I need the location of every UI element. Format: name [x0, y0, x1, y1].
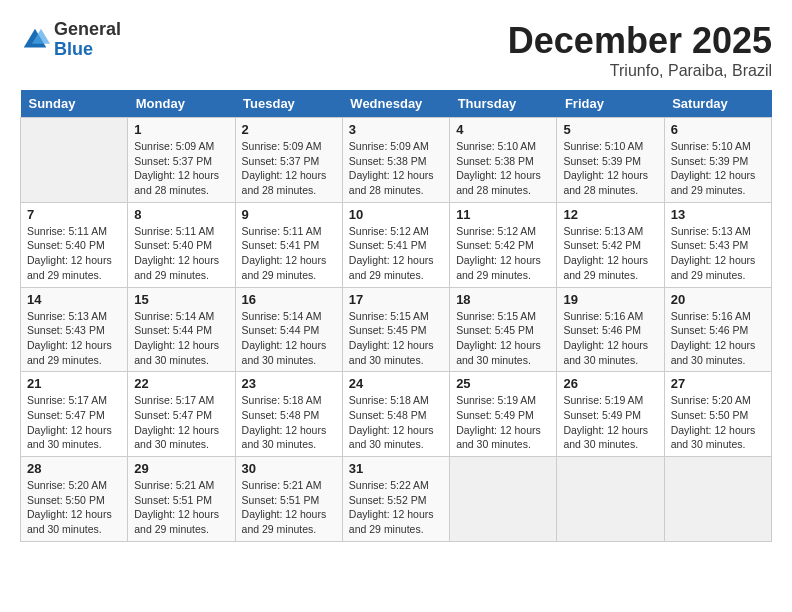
day-number: 6 [671, 122, 765, 137]
day-info: Sunrise: 5:21 AM Sunset: 5:51 PM Dayligh… [242, 478, 336, 537]
day-number: 29 [134, 461, 228, 476]
logo-text: General Blue [54, 20, 121, 60]
day-info: Sunrise: 5:13 AM Sunset: 5:42 PM Dayligh… [563, 224, 657, 283]
page-header: General Blue December 2025 Triunfo, Para… [20, 20, 772, 80]
calendar-cell: 16Sunrise: 5:14 AM Sunset: 5:44 PM Dayli… [235, 287, 342, 372]
day-info: Sunrise: 5:13 AM Sunset: 5:43 PM Dayligh… [27, 309, 121, 368]
day-info: Sunrise: 5:16 AM Sunset: 5:46 PM Dayligh… [671, 309, 765, 368]
calendar-cell [664, 457, 771, 542]
day-number: 1 [134, 122, 228, 137]
calendar-cell: 19Sunrise: 5:16 AM Sunset: 5:46 PM Dayli… [557, 287, 664, 372]
day-info: Sunrise: 5:18 AM Sunset: 5:48 PM Dayligh… [349, 393, 443, 452]
calendar-header: SundayMondayTuesdayWednesdayThursdayFrid… [21, 90, 772, 118]
day-info: Sunrise: 5:13 AM Sunset: 5:43 PM Dayligh… [671, 224, 765, 283]
day-info: Sunrise: 5:10 AM Sunset: 5:39 PM Dayligh… [671, 139, 765, 198]
day-number: 18 [456, 292, 550, 307]
day-number: 27 [671, 376, 765, 391]
calendar-cell: 1Sunrise: 5:09 AM Sunset: 5:37 PM Daylig… [128, 118, 235, 203]
day-number: 14 [27, 292, 121, 307]
calendar-cell: 7Sunrise: 5:11 AM Sunset: 5:40 PM Daylig… [21, 202, 128, 287]
day-info: Sunrise: 5:19 AM Sunset: 5:49 PM Dayligh… [456, 393, 550, 452]
day-info: Sunrise: 5:20 AM Sunset: 5:50 PM Dayligh… [27, 478, 121, 537]
weekday-header-wednesday: Wednesday [342, 90, 449, 118]
day-number: 19 [563, 292, 657, 307]
calendar-cell: 17Sunrise: 5:15 AM Sunset: 5:45 PM Dayli… [342, 287, 449, 372]
calendar-week-4: 21Sunrise: 5:17 AM Sunset: 5:47 PM Dayli… [21, 372, 772, 457]
day-number: 28 [27, 461, 121, 476]
calendar-cell: 11Sunrise: 5:12 AM Sunset: 5:42 PM Dayli… [450, 202, 557, 287]
day-info: Sunrise: 5:11 AM Sunset: 5:40 PM Dayligh… [134, 224, 228, 283]
day-info: Sunrise: 5:22 AM Sunset: 5:52 PM Dayligh… [349, 478, 443, 537]
day-info: Sunrise: 5:15 AM Sunset: 5:45 PM Dayligh… [349, 309, 443, 368]
month-title: December 2025 [508, 20, 772, 62]
logo: General Blue [20, 20, 121, 60]
day-number: 26 [563, 376, 657, 391]
day-number: 7 [27, 207, 121, 222]
day-info: Sunrise: 5:12 AM Sunset: 5:41 PM Dayligh… [349, 224, 443, 283]
calendar-cell: 26Sunrise: 5:19 AM Sunset: 5:49 PM Dayli… [557, 372, 664, 457]
day-info: Sunrise: 5:14 AM Sunset: 5:44 PM Dayligh… [134, 309, 228, 368]
calendar-cell: 12Sunrise: 5:13 AM Sunset: 5:42 PM Dayli… [557, 202, 664, 287]
calendar-cell: 22Sunrise: 5:17 AM Sunset: 5:47 PM Dayli… [128, 372, 235, 457]
day-info: Sunrise: 5:09 AM Sunset: 5:38 PM Dayligh… [349, 139, 443, 198]
day-info: Sunrise: 5:20 AM Sunset: 5:50 PM Dayligh… [671, 393, 765, 452]
day-info: Sunrise: 5:11 AM Sunset: 5:40 PM Dayligh… [27, 224, 121, 283]
day-number: 5 [563, 122, 657, 137]
calendar-week-5: 28Sunrise: 5:20 AM Sunset: 5:50 PM Dayli… [21, 457, 772, 542]
calendar-cell: 31Sunrise: 5:22 AM Sunset: 5:52 PM Dayli… [342, 457, 449, 542]
calendar-cell: 14Sunrise: 5:13 AM Sunset: 5:43 PM Dayli… [21, 287, 128, 372]
day-number: 13 [671, 207, 765, 222]
day-number: 8 [134, 207, 228, 222]
calendar-cell: 24Sunrise: 5:18 AM Sunset: 5:48 PM Dayli… [342, 372, 449, 457]
day-number: 16 [242, 292, 336, 307]
day-number: 22 [134, 376, 228, 391]
day-info: Sunrise: 5:17 AM Sunset: 5:47 PM Dayligh… [134, 393, 228, 452]
day-number: 9 [242, 207, 336, 222]
calendar-cell: 28Sunrise: 5:20 AM Sunset: 5:50 PM Dayli… [21, 457, 128, 542]
weekday-header-thursday: Thursday [450, 90, 557, 118]
day-number: 21 [27, 376, 121, 391]
calendar-body: 1Sunrise: 5:09 AM Sunset: 5:37 PM Daylig… [21, 118, 772, 542]
calendar-cell: 4Sunrise: 5:10 AM Sunset: 5:38 PM Daylig… [450, 118, 557, 203]
calendar-cell [21, 118, 128, 203]
calendar-cell: 20Sunrise: 5:16 AM Sunset: 5:46 PM Dayli… [664, 287, 771, 372]
day-number: 30 [242, 461, 336, 476]
day-number: 24 [349, 376, 443, 391]
calendar-week-2: 7Sunrise: 5:11 AM Sunset: 5:40 PM Daylig… [21, 202, 772, 287]
day-info: Sunrise: 5:10 AM Sunset: 5:38 PM Dayligh… [456, 139, 550, 198]
title-section: December 2025 Triunfo, Paraiba, Brazil [508, 20, 772, 80]
day-number: 11 [456, 207, 550, 222]
day-info: Sunrise: 5:15 AM Sunset: 5:45 PM Dayligh… [456, 309, 550, 368]
day-number: 20 [671, 292, 765, 307]
calendar-cell [450, 457, 557, 542]
weekday-header-tuesday: Tuesday [235, 90, 342, 118]
day-info: Sunrise: 5:12 AM Sunset: 5:42 PM Dayligh… [456, 224, 550, 283]
calendar-cell: 29Sunrise: 5:21 AM Sunset: 5:51 PM Dayli… [128, 457, 235, 542]
day-number: 17 [349, 292, 443, 307]
day-number: 31 [349, 461, 443, 476]
calendar-cell: 9Sunrise: 5:11 AM Sunset: 5:41 PM Daylig… [235, 202, 342, 287]
day-number: 10 [349, 207, 443, 222]
day-info: Sunrise: 5:18 AM Sunset: 5:48 PM Dayligh… [242, 393, 336, 452]
day-number: 12 [563, 207, 657, 222]
day-info: Sunrise: 5:14 AM Sunset: 5:44 PM Dayligh… [242, 309, 336, 368]
calendar-cell: 15Sunrise: 5:14 AM Sunset: 5:44 PM Dayli… [128, 287, 235, 372]
calendar-cell: 18Sunrise: 5:15 AM Sunset: 5:45 PM Dayli… [450, 287, 557, 372]
day-info: Sunrise: 5:16 AM Sunset: 5:46 PM Dayligh… [563, 309, 657, 368]
location-subtitle: Triunfo, Paraiba, Brazil [508, 62, 772, 80]
weekday-header-friday: Friday [557, 90, 664, 118]
logo-icon [20, 25, 50, 55]
calendar-table: SundayMondayTuesdayWednesdayThursdayFrid… [20, 90, 772, 542]
weekday-header-saturday: Saturday [664, 90, 771, 118]
weekday-header-sunday: Sunday [21, 90, 128, 118]
day-number: 2 [242, 122, 336, 137]
calendar-cell: 27Sunrise: 5:20 AM Sunset: 5:50 PM Dayli… [664, 372, 771, 457]
logo-general-text: General [54, 20, 121, 40]
calendar-cell: 5Sunrise: 5:10 AM Sunset: 5:39 PM Daylig… [557, 118, 664, 203]
calendar-cell: 21Sunrise: 5:17 AM Sunset: 5:47 PM Dayli… [21, 372, 128, 457]
day-info: Sunrise: 5:10 AM Sunset: 5:39 PM Dayligh… [563, 139, 657, 198]
calendar-cell: 13Sunrise: 5:13 AM Sunset: 5:43 PM Dayli… [664, 202, 771, 287]
day-info: Sunrise: 5:19 AM Sunset: 5:49 PM Dayligh… [563, 393, 657, 452]
logo-blue-text: Blue [54, 40, 121, 60]
weekday-header-monday: Monday [128, 90, 235, 118]
